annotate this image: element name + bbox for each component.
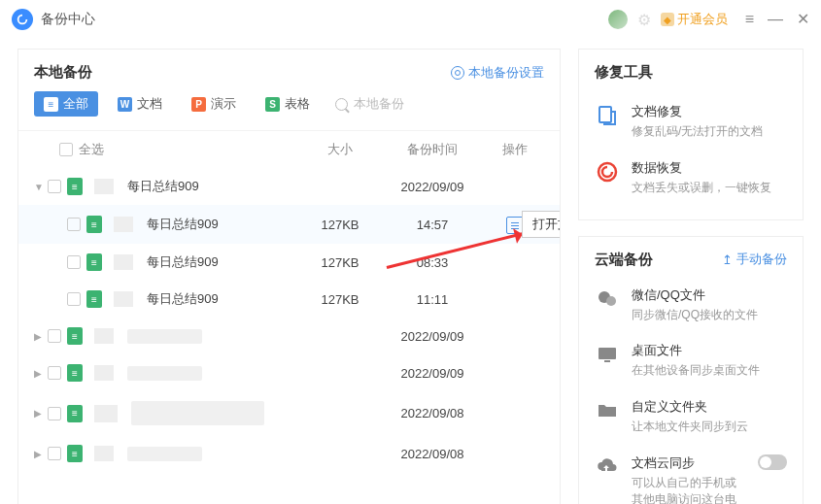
cloud-backup-panel: 云端备份 ↥ 手动备份 微信/QQ文件 同步微信/QQ接收的文件 桌面文件 在其… [578, 236, 804, 504]
table-row[interactable]: 每日总结909127KB08:33 [18, 244, 560, 281]
chevron-right-icon[interactable]: ▶ [34, 449, 48, 459]
table-row[interactable]: ▶████2022/09/08 [18, 391, 560, 435]
tab-all[interactable]: ≡ 全部 [34, 91, 98, 117]
cloud-item-name: 文档云同步 [632, 454, 746, 472]
col-size: 大小 [301, 141, 379, 158]
file-time: 11:11 [379, 292, 486, 307]
row-checkbox[interactable] [48, 407, 61, 420]
app-logo-icon [12, 9, 33, 30]
cloud-item[interactable]: 桌面文件 在其他设备同步桌面文件 [595, 332, 787, 388]
cloud-sync-icon [595, 454, 620, 480]
cloud-item[interactable]: 微信/QQ文件 同步微信/QQ接收的文件 [595, 277, 787, 333]
ppt-icon: P [191, 97, 206, 112]
table-row[interactable]: ▶████2022/09/08 [18, 435, 560, 472]
gear-icon [451, 66, 464, 80]
file-name: 每日总结909 [147, 290, 219, 308]
table-row[interactable]: ▶████2022/09/09 [18, 318, 560, 354]
file-time: 2022/09/08 [379, 406, 486, 420]
thumbnail [114, 254, 133, 270]
col-op: 操作 [486, 141, 544, 158]
chevron-right-icon[interactable]: ▶ [34, 331, 48, 342]
sheet-file-icon [86, 290, 102, 308]
local-backup-panel: 本地备份 本地备份设置 ≡ 全部 W 文档 P 演示 S 表格 [17, 49, 561, 504]
row-checkbox[interactable] [48, 366, 61, 380]
svg-point-1 [599, 163, 616, 181]
svg-rect-5 [604, 360, 610, 362]
chevron-right-icon[interactable]: ▶ [34, 408, 48, 419]
member-diamond-icon: ◆ [661, 13, 674, 26]
doc-repair-icon [595, 103, 620, 128]
file-name: 每日总结909 [147, 216, 219, 233]
redacted-name: ████ [131, 401, 264, 425]
table-row[interactable]: 每日总结909127KB14:57 [18, 205, 560, 244]
sync-toggle[interactable] [758, 454, 787, 470]
table-rows: ▼每日总结9092022/09/09每日总结909127KB14:57每日总结9… [18, 168, 560, 504]
data-recover-icon [595, 159, 620, 185]
tab-doc[interactable]: W 文档 [108, 91, 172, 117]
close-button[interactable]: ✕ [797, 12, 809, 27]
open-file-tooltip: 打开文件 [522, 211, 560, 238]
table-header: 全选 大小 备份时间 操作 [18, 131, 560, 168]
table-row[interactable]: ▼每日总结9092022/09/09 [18, 168, 560, 205]
svg-rect-0 [599, 107, 611, 122]
repair-item[interactable]: 数据恢复 文档丢失或误删，一键恢复 [595, 150, 787, 206]
repair-title: 修复工具 [595, 63, 787, 82]
tab-ppt[interactable]: P 演示 [182, 91, 246, 117]
desktop-icon [595, 342, 620, 367]
minimize-button[interactable]: — [768, 12, 783, 27]
search-placeholder: 本地备份 [354, 95, 404, 113]
tab-xls[interactable]: S 表格 [256, 91, 320, 117]
wechat-icon [595, 286, 620, 312]
sheet-file-icon [67, 327, 83, 345]
upload-icon: ↥ [722, 252, 733, 267]
row-checkbox[interactable] [67, 218, 81, 231]
menu-button[interactable]: ≡ [745, 12, 754, 27]
cloud-item-name: 自定义文件夹 [632, 398, 787, 416]
row-checkbox[interactable] [67, 255, 81, 269]
manual-backup-link[interactable]: ↥ 手动备份 [722, 251, 787, 268]
cloud-item-name: 桌面文件 [632, 342, 787, 359]
app-title: 备份中心 [41, 11, 95, 28]
local-backup-settings-link[interactable]: 本地备份设置 [451, 64, 544, 82]
sheet-file-icon [67, 178, 83, 195]
tab-xls-label: 表格 [285, 95, 310, 113]
local-backup-title: 本地备份 [34, 63, 92, 82]
cloud-item[interactable]: 文档云同步 可以从自己的手机或其他电脑访问这台电脑打开过的文档 [595, 445, 787, 504]
file-name: 每日总结909 [147, 253, 219, 271]
sheet-file-icon [67, 405, 83, 422]
select-all-checkbox[interactable] [59, 143, 73, 156]
file-size: 127KB [301, 255, 379, 270]
file-time: 2022/09/09 [379, 180, 486, 194]
table-row[interactable]: 每日总结909127KB11:11 [18, 281, 560, 318]
table-row[interactable]: ▶████2022/09/09 [18, 354, 560, 391]
tab-ppt-label: 演示 [211, 95, 236, 113]
settings-icon[interactable]: ⚙ [637, 11, 651, 29]
doc-icon: W [118, 97, 132, 112]
row-checkbox[interactable] [67, 292, 81, 306]
thumbnail [94, 446, 114, 461]
open-member-label: 开通会员 [677, 11, 728, 28]
tab-all-label: 全部 [63, 95, 88, 113]
folder-icon [595, 398, 620, 423]
chevron-right-icon[interactable]: ▶ [34, 368, 48, 379]
chevron-down-icon[interactable]: ▼ [34, 182, 48, 192]
cloud-item-name: 微信/QQ文件 [632, 286, 787, 304]
cloud-item-desc: 让本地文件夹同步到云 [632, 419, 787, 435]
thumbnail [94, 179, 114, 194]
search-input[interactable]: 本地备份 [335, 95, 404, 113]
cloud-item[interactable]: 自定义文件夹 让本地文件夹同步到云 [595, 388, 787, 445]
file-time: 2022/09/09 [379, 329, 486, 344]
row-checkbox[interactable] [48, 180, 61, 193]
repair-tools-panel: 修复工具 文档修复 修复乱码/无法打开的文档 数据恢复 文档丢失或误删，一键恢复 [578, 49, 804, 220]
repair-item[interactable]: 文档修复 修复乱码/无法打开的文档 [595, 93, 787, 150]
thumbnail [94, 365, 114, 381]
cloud-item-desc: 可以从自己的手机或其他电脑访问这台电脑打开过的文档 [632, 475, 746, 504]
svg-point-3 [606, 296, 616, 306]
thumbnail [114, 291, 133, 307]
row-checkbox[interactable] [48, 329, 61, 343]
col-time: 备份时间 [379, 141, 486, 158]
row-checkbox[interactable] [48, 447, 61, 460]
xls-icon: S [265, 97, 280, 112]
avatar[interactable] [608, 10, 628, 29]
open-member-link[interactable]: ◆ 开通会员 [661, 11, 728, 28]
